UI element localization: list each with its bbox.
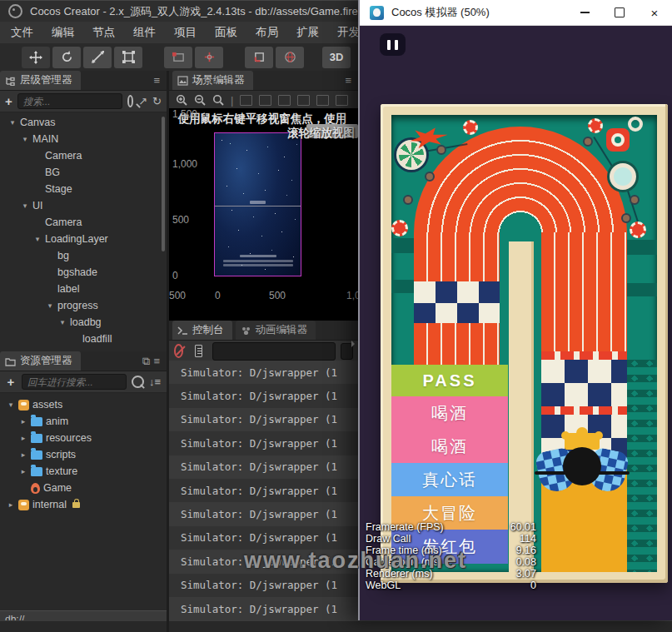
log-row[interactable]: Simulator: D/jswrapper (1	[169, 361, 358, 384]
asset-item-texture[interactable]: ▸texture	[0, 463, 167, 480]
game-board[interactable]: PASS喝酒喝酒真心话大冒险发红包	[391, 115, 657, 572]
asset-item-assets[interactable]: ▾assets	[0, 396, 167, 413]
tree-arrow-icon[interactable]: ▾	[46, 301, 54, 310]
zoom-reset-icon[interactable]	[212, 94, 224, 106]
animation-editor-tab[interactable]: 动画编辑器	[236, 321, 316, 340]
hierarchy-node-bgshade[interactable]: bgshade	[0, 264, 167, 281]
console-collapse-icon[interactable]	[195, 345, 202, 357]
menu-item-7[interactable]: 扩展	[287, 22, 328, 43]
asset-item-resources[interactable]: ▸resources	[0, 430, 167, 446]
log-row[interactable]: Simulator: D/jswrapper (1	[169, 431, 358, 455]
assets-popout-icon[interactable]: ⧉	[142, 351, 153, 371]
simulator-title-bar[interactable]: Cocos 模拟器 (50%) ×	[360, 0, 672, 26]
log-row[interactable]: Simulator: D/jswrapper (1	[169, 408, 358, 431]
rotate-tool-button[interactable]	[52, 47, 81, 68]
align-right-icon[interactable]	[278, 95, 291, 106]
hierarchy-refresh-icon[interactable]: ↻	[152, 95, 162, 107]
log-row[interactable]: Simulator: D/jswrapper (1	[169, 384, 358, 407]
hierarchy-node-loadfill[interactable]: loadfill	[0, 331, 167, 347]
console-clear-icon[interactable]	[174, 344, 183, 358]
menu-item-3[interactable]: 组件	[124, 22, 165, 43]
align-bottom-icon[interactable]	[336, 95, 348, 106]
hierarchy-tab[interactable]: 层级管理器	[0, 71, 81, 90]
center-pivot-button[interactable]	[195, 47, 223, 68]
align-left-icon[interactable]	[240, 95, 252, 106]
log-row[interactable]: Simulator: D/jswrapper (1	[169, 502, 358, 525]
close-button[interactable]: ×	[637, 0, 672, 25]
maximize-button[interactable]	[602, 0, 637, 25]
tree-arrow-icon[interactable]: ▸	[7, 500, 15, 509]
tree-arrow-icon[interactable]: ▾	[21, 202, 29, 210]
hierarchy-add-button[interactable]: +	[5, 94, 12, 108]
hierarchy-scrollbar[interactable]	[162, 117, 165, 251]
hierarchy-node-bg[interactable]: bg	[0, 247, 167, 264]
tree-arrow-icon[interactable]: ▸	[19, 467, 27, 475]
assets-tab[interactable]: 资源管理器	[0, 351, 81, 371]
asset-item-Game[interactable]: Game	[0, 480, 167, 496]
tree-arrow-icon[interactable]: ▸	[19, 434, 27, 442]
menu-item-0[interactable]: 文件	[2, 22, 42, 43]
hierarchy-node-Camera[interactable]: Camera	[0, 214, 167, 231]
hierarchy-panel-menu-icon[interactable]: ≡	[153, 71, 167, 90]
asset-item-internal[interactable]: ▸internal	[0, 496, 167, 513]
zoom-out-icon[interactable]	[194, 94, 206, 106]
assets-sort-icon[interactable]: ↓≡	[149, 376, 161, 388]
minimize-button[interactable]	[567, 0, 602, 25]
scene-tab[interactable]: 场景编辑器	[172, 71, 253, 90]
menu-item-1[interactable]: 编辑	[42, 22, 83, 43]
band-PASS: PASS	[391, 365, 508, 396]
hierarchy-node-Stage[interactable]: Stage	[0, 181, 167, 197]
hierarchy-search-icon[interactable]	[127, 95, 133, 107]
hierarchy-node-loadbg[interactable]: ▾loadbg	[0, 314, 167, 331]
asset-item-anim[interactable]: ▸anim	[0, 413, 167, 430]
assets-search-input[interactable]	[22, 374, 127, 390]
hierarchy-node-MAIN[interactable]: ▾MAIN	[0, 131, 167, 147]
rect-tool-button[interactable]	[114, 47, 142, 68]
log-row[interactable]: Simulator: D/jswrapper (1	[169, 597, 358, 620]
zoom-in-icon[interactable]	[176, 94, 187, 106]
anchor-pivot-button[interactable]	[164, 47, 192, 68]
scene-panel-menu-icon[interactable]: ≡	[345, 71, 358, 90]
local-coord-button[interactable]	[245, 47, 273, 68]
console-filter-input[interactable]	[212, 342, 336, 361]
pause-button[interactable]	[380, 33, 406, 56]
hierarchy-node-label[interactable]: label	[0, 281, 167, 297]
tree-arrow-icon[interactable]: ▾	[33, 235, 42, 243]
align-top-icon[interactable]	[297, 95, 310, 106]
menu-item-4[interactable]: 项目	[165, 22, 206, 43]
tree-arrow-icon[interactable]: ▾	[7, 401, 15, 409]
align-center-h-icon[interactable]	[259, 95, 271, 106]
hierarchy-node-Canvas[interactable]: ▾Canvas	[0, 114, 167, 131]
toggle-3d-button[interactable]: 3D	[322, 47, 351, 68]
log-row[interactable]: Simulator: D/jswrapper (1	[169, 574, 358, 597]
asset-item-scripts[interactable]: ▸scripts	[0, 446, 167, 463]
scale-tool-button[interactable]	[83, 47, 112, 68]
hierarchy-node-Camera[interactable]: Camera	[0, 147, 167, 164]
log-row[interactable]: Simulator: D/jswrapper (1	[169, 526, 358, 550]
world-coord-button[interactable]	[276, 47, 304, 68]
assets-add-button[interactable]: +	[5, 375, 17, 389]
scene-canvas-preview[interactable]	[214, 132, 301, 276]
hierarchy-node-UI[interactable]: ▾UI	[0, 197, 167, 214]
hierarchy-search-input[interactable]	[17, 93, 122, 109]
tree-arrow-icon[interactable]: ▾	[58, 318, 67, 326]
console-tab[interactable]: 控制台	[172, 321, 232, 340]
log-row[interactable]: Simulator: D/jswrapper (1	[169, 479, 358, 502]
scene-viewport[interactable]: 使用鼠标右键平移视窗焦点，使用 滚轮缩放视图 1,5001,0005000500…	[169, 108, 358, 321]
hierarchy-node-LoadingLayer[interactable]: ▾LoadingLayer	[0, 231, 167, 247]
hierarchy-node-BG[interactable]: BG	[0, 164, 167, 181]
log-row[interactable]: Simulator: D/jswrapper (1	[169, 455, 358, 479]
tree-arrow-icon[interactable]: ▾	[8, 118, 17, 127]
align-middle-icon[interactable]	[316, 95, 329, 106]
tree-arrow-icon[interactable]: ▾	[21, 135, 29, 143]
tree-arrow-icon[interactable]: ▸	[19, 450, 27, 459]
menu-item-2[interactable]: 节点	[83, 22, 124, 43]
assets-search-icon[interactable]	[132, 376, 144, 388]
menu-item-5[interactable]: 面板	[206, 22, 246, 43]
hierarchy-node-progress[interactable]: ▾progress	[0, 297, 167, 314]
move-tool-button[interactable]	[22, 47, 50, 68]
assets-panel-menu-icon[interactable]: ≡	[153, 351, 167, 371]
tree-arrow-icon[interactable]: ▸	[19, 417, 27, 425]
chevron-strip	[627, 360, 657, 572]
menu-item-6[interactable]: 布局	[246, 22, 287, 43]
